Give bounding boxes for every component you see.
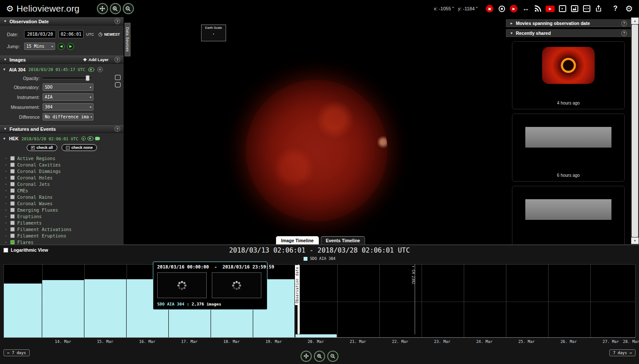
event-type-checkbox[interactable] [10, 176, 15, 180]
collapse-triangle-icon[interactable]: ▼ [510, 31, 513, 35]
event-type-checkbox[interactable] [10, 227, 15, 231]
back-7-days-button[interactable]: ← 7 days [3, 349, 30, 356]
expander-icon[interactable]: ▸ [5, 170, 8, 173]
shared-movie-thumbnail[interactable] [525, 199, 611, 220]
recently-shared-help-icon[interactable]: ? [621, 31, 627, 36]
hek-visibility-eye-icon[interactable] [87, 136, 93, 141]
date-input[interactable]: 2018/03/20 [24, 30, 56, 38]
timeline-legend[interactable]: SDO AIA 304 [0, 256, 639, 261]
event-type-checkbox[interactable] [10, 156, 15, 160]
tab-events-timeline[interactable]: Events Timeline [320, 236, 365, 244]
forward-7-days-button[interactable]: 7 days → [609, 349, 636, 356]
features-events-help-icon[interactable]: ? [115, 126, 120, 132]
timeline-center-button[interactable] [301, 351, 312, 362]
expander-icon[interactable]: ▸ [5, 195, 8, 199]
movie-notification-icon[interactable]: ▣ [485, 4, 494, 13]
share-icon[interactable] [594, 4, 603, 13]
images-help-icon[interactable]: ? [115, 57, 120, 62]
expander-icon[interactable]: ▸ [5, 241, 8, 244]
right-scrollbar[interactable]: ▲ ▼ [631, 17, 639, 244]
event-type-row[interactable]: ▸Coronal Jets [0, 181, 124, 187]
event-type-checkbox[interactable] [10, 214, 15, 219]
images-header[interactable]: ▼ Images ✚ Add Layer ? [0, 56, 124, 64]
timeline-bar[interactable] [42, 280, 84, 337]
resize-arrows-icon[interactable]: ↔ [521, 4, 530, 13]
event-type-row[interactable]: ▸Coronal Dimmings [0, 168, 124, 174]
event-type-checkbox[interactable] [10, 188, 15, 193]
collapse-triangle-icon[interactable]: ▼ [3, 58, 7, 62]
difference-select[interactable]: No difference ima ▼ [43, 113, 93, 120]
shared-movie-card[interactable] [512, 186, 625, 244]
event-type-row[interactable]: ▸Coronal Rains [0, 194, 124, 200]
event-type-checkbox[interactable] [10, 201, 15, 206]
layer-collapse-icon[interactable]: ▼ [3, 68, 6, 71]
shared-movie-thumbnail[interactable] [542, 47, 595, 84]
youtube-movies-icon[interactable]: ▶ [509, 4, 518, 13]
zoom-in-button[interactable] [110, 3, 121, 14]
timeline-bar[interactable] [295, 334, 337, 337]
expander-icon[interactable]: ▸ [5, 189, 8, 192]
check-all-button[interactable]: ✓ check all [27, 144, 57, 151]
rss-feed-icon[interactable] [534, 4, 542, 13]
hek-collapse-icon[interactable]: ▼ [3, 137, 6, 141]
event-type-checkbox[interactable]: ✓ [10, 240, 15, 244]
opacity-slider-handle[interactable] [86, 75, 90, 81]
event-type-row[interactable]: ▸Coronal Waves [0, 200, 124, 207]
expander-icon[interactable]: ▸ [5, 182, 8, 186]
hek-marker-icon[interactable] [81, 136, 86, 141]
check-none-button[interactable]: check none [62, 144, 97, 151]
jump-back-button[interactable]: ◀ [58, 43, 65, 50]
screenshots-doc-icon[interactable] [570, 4, 579, 13]
event-type-checkbox[interactable] [10, 163, 15, 167]
data-sources-tab[interactable]: Data Sources [124, 23, 130, 56]
event-type-checkbox[interactable] [10, 169, 15, 173]
settings-button[interactable]: ⚙ [625, 3, 633, 14]
event-type-row[interactable]: ▸Coronal Cavities [0, 161, 124, 168]
embed-code-doc-icon[interactable]: </> [582, 4, 591, 13]
event-type-row[interactable]: ▸Eruptions [0, 213, 124, 219]
event-type-row[interactable]: ▸Filament Eruptions [0, 232, 124, 239]
layer-close-icon[interactable]: ✕ [97, 67, 103, 72]
tab-image-timeline[interactable]: Image Timeline [276, 236, 319, 244]
event-type-row[interactable]: ▸Filaments [0, 219, 124, 226]
event-type-row[interactable]: ▸CMEs [0, 187, 124, 194]
timeline-plot[interactable] [3, 264, 636, 338]
scroll-up-icon[interactable]: ▲ [631, 18, 639, 24]
event-type-row[interactable]: ▸Emerging Fluxes [0, 207, 124, 213]
newest-button[interactable]: ◷ NEWEST [99, 31, 120, 37]
expander-icon[interactable]: ▸ [5, 202, 8, 205]
expander-icon[interactable]: ▸ [5, 176, 8, 179]
jump-forward-button[interactable]: ▶ [67, 43, 74, 50]
instrument-select[interactable]: AIA ▼ [43, 93, 93, 101]
opacity-slider[interactable] [43, 75, 91, 81]
timeline-zoom-out-button[interactable] [327, 351, 338, 362]
expander-icon[interactable]: ▸ [5, 234, 8, 238]
collapse-triangle-icon[interactable]: ▼ [3, 127, 7, 131]
layer-image-download-icon[interactable] [115, 82, 121, 87]
expander-icon[interactable]: ▸ [5, 215, 8, 218]
solar-viewport[interactable]: Earth Scale Data Sources Image Timeline … [124, 17, 506, 244]
help-button[interactable]: ? [613, 5, 617, 12]
add-layer-button[interactable]: ✚ Add Layer [84, 57, 109, 62]
target-ring-icon[interactable] [497, 4, 506, 13]
time-input[interactable]: 02:06:01 [59, 30, 84, 38]
timeline-bar[interactable] [4, 284, 42, 337]
expander-icon[interactable]: ▸ [5, 221, 8, 225]
event-type-checkbox[interactable] [10, 195, 15, 199]
event-type-row[interactable]: ▸Filament Activations [0, 226, 124, 232]
movies-doc-icon[interactable]: ▶ [558, 4, 567, 13]
center-viewport-button[interactable] [97, 3, 108, 14]
hek-labels-tag-icon[interactable] [95, 137, 100, 140]
layer-visibility-eye-icon[interactable] [88, 68, 94, 72]
expander-icon[interactable]: ▸ [5, 208, 8, 212]
measurement-select[interactable]: 304 ▼ [43, 103, 93, 111]
expander-icon[interactable]: ▸ [5, 157, 8, 160]
recently-shared-header[interactable]: ▼ Recently shared ? [506, 29, 631, 37]
movies-spanning-header[interactable]: ► Movies spanning observation date ? [506, 19, 631, 27]
movies-help-icon[interactable]: ? [621, 21, 627, 26]
event-type-checkbox[interactable] [10, 234, 15, 238]
expander-icon[interactable]: ▸ [5, 228, 8, 231]
shared-movie-card[interactable]: 4 hours ago [512, 41, 625, 109]
scroll-down-icon[interactable]: ▼ [631, 238, 639, 244]
zoom-out-button[interactable] [123, 3, 134, 14]
